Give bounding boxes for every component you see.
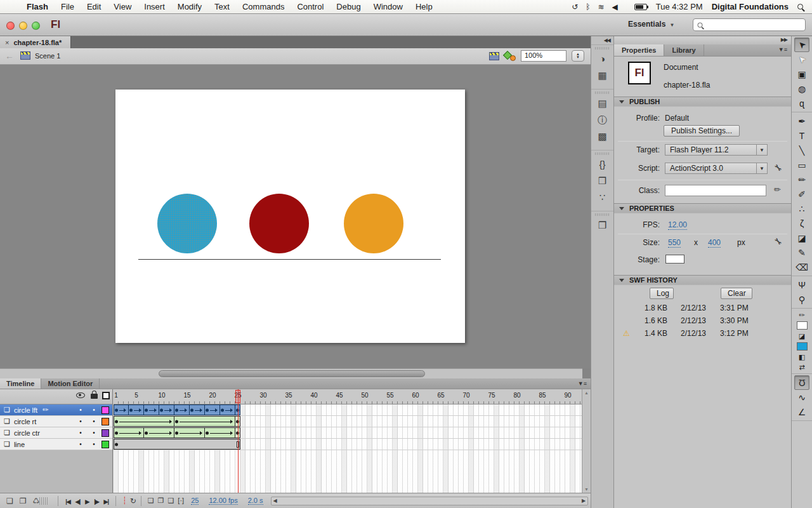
layer-lock-dot[interactable]: • [91,429,97,436]
onion-skin-button[interactable]: ❏ [148,497,154,504]
tab-library[interactable]: Library [664,44,704,56]
layer-visibility-dot[interactable]: • [77,418,84,425]
circle-right-shape[interactable] [344,194,403,253]
new-layer-button[interactable]: ❏ [6,497,13,505]
window-zoom-button[interactable] [32,22,40,30]
motion-span[interactable] [205,404,220,415]
spotlight-search-icon[interactable] [797,4,803,10]
bone-tool[interactable]: ζ [794,216,809,231]
frame-row-circle-lft[interactable] [114,404,582,416]
menu-item-debug[interactable]: Debug [330,2,367,11]
timeline-frames-area[interactable]: 151015202530354045505560657075808590 [114,389,582,493]
frame-row-circle-rt[interactable] [114,416,582,427]
menu-item-control[interactable]: Control [291,2,330,11]
goto-last-frame-button[interactable]: ▶| [104,498,108,505]
timeline-vertical-scrollbar[interactable]: ▲▼ [582,389,591,493]
layer-outline-color-swatch[interactable] [102,418,109,425]
frame-row-circle-ctr[interactable] [114,427,582,439]
static-span[interactable] [114,439,240,450]
scene-breadcrumb[interactable]: Scene 1 [20,51,60,60]
circle-left-shape[interactable] [157,194,217,253]
layer-outline-color-swatch[interactable] [102,406,109,414]
3d-rotation-tool[interactable]: ◍ [794,81,809,96]
timeline-panel-menu-icon[interactable]: ▼≡ [578,380,587,387]
layer-lock-dot[interactable]: • [91,406,97,413]
layer-outline-color-swatch[interactable] [102,429,109,437]
motion-span[interactable] [129,404,144,415]
rectangle-tool[interactable]: ▭ [794,157,809,172]
motion-span[interactable] [144,427,174,438]
motion-span[interactable] [159,404,174,415]
outline-all-layers-icon[interactable] [102,392,110,399]
scrollbar-thumb[interactable] [159,370,425,377]
align-panel-icon[interactable]: ▤ [595,97,610,110]
loop-playback-button[interactable]: ↻ [130,497,136,505]
motion-span[interactable] [114,427,144,438]
elapsed-time-indicator[interactable]: 2.0 s [248,497,263,505]
straighten-option[interactable]: ∠ [794,404,809,419]
eyedropper-tool[interactable]: ✎ [794,245,809,260]
menu-bar-clock[interactable]: Tue 4:32 PM [656,2,703,11]
menu-item-text[interactable]: Text [208,2,236,11]
hand-tool[interactable]: Ψ [794,277,809,292]
menu-item-help[interactable]: Help [409,2,439,11]
edit-symbols-icon[interactable] [504,51,516,61]
motion-span[interactable] [174,416,235,427]
layer-visibility-dot[interactable]: • [77,429,84,436]
time-machine-icon[interactable]: ↺ [572,3,578,11]
motion-span[interactable] [174,404,190,415]
selection-tool[interactable]: ➤ [794,37,809,52]
text-tool[interactable]: T [794,128,809,143]
back-arrow-icon[interactable]: ← [5,51,14,61]
swf-clear-button[interactable]: Clear [721,288,752,299]
swap-colors-button[interactable]: ⇄ [794,362,809,372]
wifi-icon[interactable]: ≋ [598,3,604,11]
tab-properties[interactable]: Properties [614,44,664,56]
layer-row-circle-rt[interactable]: ❏circle rt•• [0,416,112,427]
goto-first-frame-button[interactable]: |◀ [65,498,70,505]
script-dropdown[interactable]: ActionScript 3.0 ▼ [665,163,768,174]
motion-span[interactable] [114,404,129,415]
show-hide-all-layers-icon[interactable] [76,392,85,398]
new-folder-button[interactable]: ❐ [20,497,27,505]
pencil-tool[interactable]: ✏ [794,172,809,187]
playhead-marker[interactable] [235,390,240,403]
window-close-button[interactable] [6,22,15,30]
menu-item-window[interactable]: Window [367,2,409,11]
layer-lock-dot[interactable]: • [91,418,97,425]
smooth-option[interactable]: ∿ [794,390,809,404]
menu-item-commands[interactable]: Commands [236,2,291,11]
properties-section-header[interactable]: PROPERTIES [614,203,791,213]
zoom-stepper[interactable]: ▲▼ [572,50,584,62]
panel-group-gripper[interactable] [595,47,610,50]
target-dropdown[interactable]: Flash Player 11.2 ▼ [665,144,768,156]
layer-lock-dot[interactable]: • [91,441,97,448]
fps-value[interactable]: 12.00 [668,220,687,230]
ground-line-shape[interactable] [138,259,441,260]
panel-group-gripper[interactable] [595,152,610,155]
black-white-colors-button[interactable]: ◧ [794,352,809,362]
workspace-switcher[interactable]: Essentials▼ [628,20,674,29]
motion-span[interactable] [205,427,235,438]
subselection-tool[interactable]: ➤ [794,52,809,67]
motion-span[interactable] [144,404,159,415]
frame-rate-indicator[interactable]: 12.00 fps [209,497,237,505]
spray-brush-tool[interactable]: ∴ [794,201,809,216]
motion-span[interactable] [220,404,235,415]
menu-item-flash[interactable]: Flash [20,2,55,11]
document-tab[interactable]: × chapter-18.fla* [0,36,71,48]
publish-section-header[interactable]: PUBLISH [614,97,791,107]
tab-close-icon[interactable]: × [5,39,9,46]
swf-log-button[interactable]: Log [650,288,674,299]
layer-row-circle-ctr[interactable]: ❏circle ctr•• [0,427,112,439]
menu-item-edit[interactable]: Edit [81,2,107,11]
menu-item-insert[interactable]: Insert [138,2,171,11]
motion-presets-panel-icon[interactable]: ∵ [595,190,610,204]
tab-motion-editor[interactable]: Motion Editor [41,378,100,389]
canvas-horizontal-scrollbar[interactable] [0,368,582,378]
transform-panel-icon[interactable]: ▩ [595,130,610,144]
edit-scene-icon[interactable] [489,52,499,60]
panel-menu-icon[interactable]: ▼≡ [778,46,787,53]
collapse-panels-icon[interactable]: ▶▶ [614,36,791,44]
motion-span[interactable] [114,416,174,427]
